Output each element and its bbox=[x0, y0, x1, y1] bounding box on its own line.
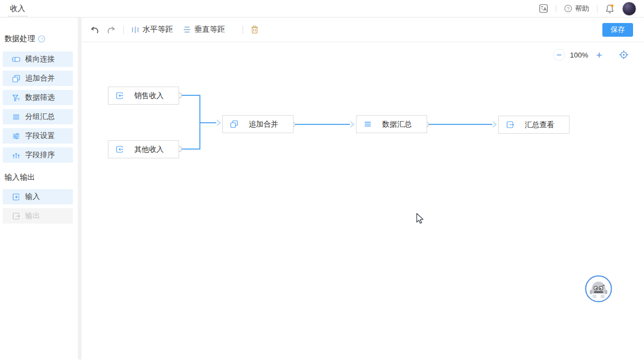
topbar: 收入 ? 帮助 bbox=[0, 0, 644, 18]
zoom-controls: − 100% + bbox=[553, 49, 629, 61]
output-icon bbox=[12, 212, 20, 220]
sidebar: 数据处理 ? 横向连接 追加合并 数据筛选 分组汇总 bbox=[0, 18, 78, 359]
filter-icon bbox=[12, 94, 20, 102]
node-label: 销售收入 bbox=[124, 91, 174, 101]
vertical-distribute-button[interactable]: 垂直等距 bbox=[183, 25, 225, 35]
zoom-in-button[interactable]: + bbox=[593, 49, 605, 61]
zoom-level: 100% bbox=[570, 51, 588, 59]
sort-icon bbox=[12, 151, 20, 159]
node-label: 汇总查看 bbox=[514, 120, 565, 130]
save-button[interactable]: 保存 bbox=[602, 23, 633, 37]
notification-bell-icon[interactable] bbox=[605, 4, 614, 14]
input-icon bbox=[12, 193, 20, 201]
svg-text:?: ? bbox=[41, 37, 43, 42]
sidebar-item-label: 输入 bbox=[25, 192, 40, 202]
flow-node-append-merge[interactable]: 追加合并 bbox=[222, 115, 294, 133]
sidebar-item-field-sort[interactable]: 字段排序 bbox=[3, 147, 73, 163]
help-button[interactable]: ? 帮助 bbox=[564, 4, 589, 14]
arrowhead-icon bbox=[350, 122, 354, 127]
group-icon bbox=[364, 120, 372, 128]
vertical-distribute-label: 垂直等距 bbox=[194, 25, 225, 35]
main-layout: 数据处理 ? 横向连接 追加合并 数据筛选 分组汇总 bbox=[0, 18, 644, 359]
divider bbox=[243, 26, 243, 34]
center-locate-button[interactable] bbox=[619, 50, 629, 60]
sidebar-item-field-settings[interactable]: 字段设置 bbox=[3, 128, 73, 144]
output-icon bbox=[506, 121, 514, 129]
trash-icon bbox=[251, 25, 258, 34]
join-icon bbox=[12, 55, 20, 64]
language-icon[interactable] bbox=[539, 4, 548, 13]
page-title-tab[interactable]: 收入 bbox=[8, 1, 27, 16]
fields-icon bbox=[12, 132, 20, 140]
sidebar-section-data-processing: 数据处理 ? bbox=[0, 34, 78, 44]
help-circle-icon[interactable]: ? bbox=[38, 35, 45, 43]
delete-button[interactable] bbox=[251, 25, 258, 34]
horizontal-distribute-icon bbox=[131, 26, 139, 34]
chatbot-button[interactable] bbox=[585, 275, 612, 302]
section-title: 数据处理 bbox=[4, 34, 35, 44]
sidebar-item-data-filter[interactable]: 数据筛选 bbox=[3, 90, 73, 105]
sidebar-item-label: 分组汇总 bbox=[25, 112, 55, 122]
sidebar-item-label: 数据筛选 bbox=[25, 93, 55, 102]
sidebar-section-io: 输入输出 bbox=[0, 173, 78, 182]
flow-link bbox=[179, 95, 200, 149]
help-label: 帮助 bbox=[575, 4, 589, 14]
arrowhead-icon bbox=[217, 120, 220, 125]
question-icon: ? bbox=[564, 4, 572, 13]
horizontal-distribute-label: 水平等距 bbox=[142, 25, 173, 35]
node-label: 其他收入 bbox=[124, 145, 174, 155]
flow-node-data-summary[interactable]: 数据汇总 bbox=[356, 115, 427, 133]
svg-text:?: ? bbox=[567, 6, 570, 12]
avatar[interactable] bbox=[622, 2, 636, 16]
mouse-cursor-icon bbox=[415, 213, 426, 228]
divider bbox=[556, 5, 556, 13]
flow-node-sales-income[interactable]: 销售收入 bbox=[108, 87, 179, 105]
flow-node-summary-view[interactable]: 汇总查看 bbox=[498, 116, 570, 134]
flow-canvas[interactable]: − 100% + bbox=[82, 42, 644, 359]
robot-icon bbox=[585, 275, 612, 302]
node-label: 数据汇总 bbox=[372, 119, 422, 129]
group-icon bbox=[12, 113, 20, 121]
flow-node-other-income[interactable]: 其他收入 bbox=[108, 140, 179, 158]
redo-button[interactable] bbox=[107, 26, 116, 33]
content-area: 水平等距 垂直等距 保存 − 100% + bbox=[82, 18, 644, 359]
divider bbox=[597, 5, 597, 13]
arrowhead-icon bbox=[493, 122, 496, 127]
sidebar-item-horizontal-join[interactable]: 横向连接 bbox=[3, 52, 73, 67]
sidebar-item-input[interactable]: 输入 bbox=[3, 189, 73, 204]
sidebar-item-label: 输出 bbox=[25, 211, 40, 221]
append-icon bbox=[12, 75, 20, 83]
sidebar-item-label: 追加合并 bbox=[25, 73, 55, 83]
append-icon bbox=[230, 120, 238, 128]
undo-button[interactable] bbox=[90, 26, 99, 33]
divider bbox=[123, 26, 124, 34]
sidebar-item-group-summary[interactable]: 分组汇总 bbox=[3, 109, 73, 124]
sidebar-item-append-merge[interactable]: 追加合并 bbox=[3, 71, 73, 86]
horizontal-distribute-button[interactable]: 水平等距 bbox=[131, 25, 173, 35]
node-label: 追加合并 bbox=[238, 119, 289, 129]
sidebar-item-label: 横向连接 bbox=[25, 54, 55, 64]
zoom-out-button[interactable]: − bbox=[553, 49, 565, 61]
input-icon bbox=[116, 92, 124, 100]
input-icon bbox=[116, 145, 124, 153]
canvas-toolbar: 水平等距 垂直等距 保存 bbox=[82, 18, 644, 42]
sidebar-item-output: 输出 bbox=[3, 208, 73, 224]
sidebar-divider bbox=[78, 18, 82, 359]
sidebar-item-label: 字段排序 bbox=[25, 150, 55, 160]
topbar-actions: ? 帮助 bbox=[539, 2, 636, 16]
sidebar-item-label: 字段设置 bbox=[25, 131, 55, 141]
vertical-distribute-icon bbox=[183, 26, 191, 33]
